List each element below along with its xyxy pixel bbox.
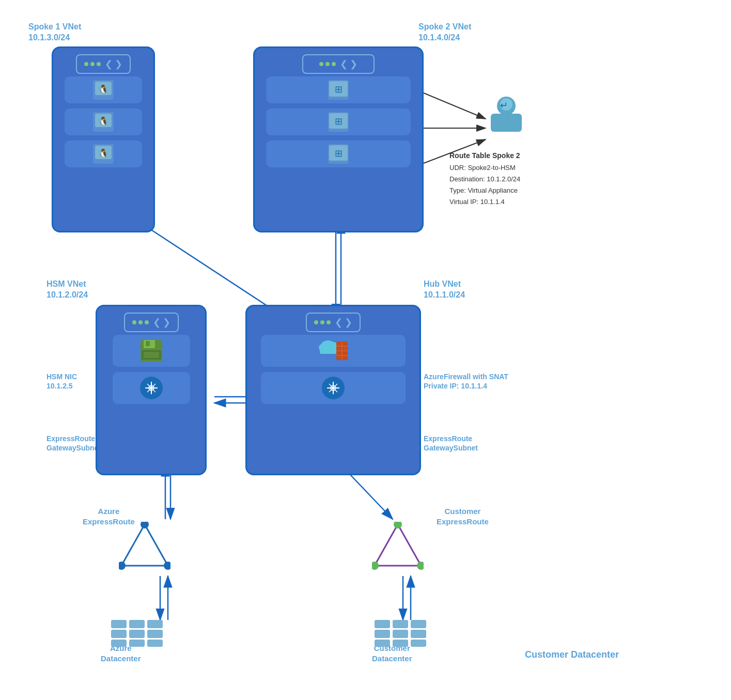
svg-rect-31 [491,114,522,132]
customer-text: Customer Datacenter [525,649,619,660]
svg-rect-71 [111,620,127,628]
svg-rect-86 [411,620,426,628]
hub-gateway-item [261,372,406,404]
hsm-dots: ❮ ❯ [124,313,179,332]
hsm-nic-label: HSM NIC 10.1.2.5 [46,372,77,391]
linux-icon-2: 🐧 [93,112,114,132]
svg-point-65 [164,562,170,570]
spoke1-vm3: 🐧 [65,141,142,167]
svg-text:⊞: ⊞ [335,84,343,95]
azure-firewall-item [261,335,406,367]
svg-rect-77 [147,620,163,628]
svg-text:⊞: ⊞ [335,148,343,159]
dot2 [90,62,95,66]
route-table-box: Route Table Spoke 2 UDR: Spoke2-to-HSM D… [449,150,520,208]
svg-text:↵: ↵ [500,100,508,111]
chevron-left2: ❮ [340,58,348,70]
route-table-type: Type: Virtual Appliance [449,185,520,196]
svg-point-66 [119,562,126,570]
windows-icon-3: ⊞ [328,144,349,164]
dot7 [132,320,136,324]
dot8 [138,320,143,324]
svg-marker-63 [121,524,168,566]
dot6 [332,62,336,66]
hsm-nic-item [113,335,190,367]
chevron-left4: ❮ [335,317,343,328]
chevron-right3: ❯ [163,317,170,328]
hub-vnet: ❮ ❯ [245,305,421,475]
dot3 [97,62,101,66]
svg-point-64 [141,522,149,528]
svg-point-70 [372,562,379,570]
svg-rect-80 [375,620,390,628]
hub-gateway-label: ExpressRouteGatewaySubnet [424,434,478,453]
svg-rect-81 [375,630,390,638]
spoke1-vnet: ❮ ❯ 🐧 🐧 [52,46,155,232]
linux-icon-3: 🐧 [93,144,114,164]
chevron-right2: ❯ [350,58,357,70]
spoke1-vm1: 🐧 [65,76,142,103]
linux-icon-1: 🐧 [93,80,114,100]
azure-expressroute-icon [119,522,170,575]
dot4 [319,62,323,66]
chevron-left: ❮ [105,58,113,70]
svg-marker-67 [375,524,421,566]
svg-rect-78 [147,630,163,638]
azure-firewall-label: AzureFirewall with SNAT Private IP: 10.1… [424,372,508,391]
svg-text:🐧: 🐧 [98,84,108,94]
dot5 [325,62,330,66]
dot10 [314,320,318,324]
gateway-icon-hub [322,377,345,399]
svg-rect-79 [147,640,163,647]
svg-rect-87 [411,630,426,638]
windows-icon-2: ⊞ [328,112,349,132]
person-icon: ↵ [486,93,527,136]
customer-expressroute-icon [372,522,424,575]
route-table-destination: Destination: 10.1.2.0/24 [449,174,520,185]
svg-rect-75 [129,630,145,638]
hsm-gateway-item [113,372,190,404]
svg-line-16 [424,93,486,119]
svg-rect-37 [146,341,150,346]
spoke2-vnet: ❮ ❯ ⊞ ⊞ [253,46,424,232]
chevron-right4: ❯ [345,317,352,328]
svg-rect-73 [111,640,127,647]
svg-rect-74 [129,620,145,628]
route-table-vip: Virtual IP: 10.1.1.4 [449,196,520,208]
hsm-vnet-label: HSM VNet 10.1.2.0/24 [46,279,88,301]
svg-point-69 [417,562,424,570]
svg-rect-83 [393,620,408,628]
hub-vnet-label: Hub VNet 10.1.1.0/24 [424,279,465,301]
customer-expressroute-label: CustomerExpressRoute [437,506,489,526]
svg-rect-85 [393,640,408,647]
hsm-gateway-label: ExpressRouteGatewaySubnet [46,434,101,453]
spoke2-vm1: ⊞ [266,76,411,103]
svg-text:🐧: 🐧 [98,116,108,126]
svg-rect-72 [111,630,127,638]
hub-dots: ❮ ❯ [306,313,361,332]
customer-datacenter-icon [372,617,429,650]
gateway-icon-hsm [140,377,163,399]
diagram-container: Spoke 1 VNet 10.1.3.0/24 ❮ ❯ 🐧 [0,0,731,700]
windows-icon-1: ⊞ [328,80,349,100]
svg-rect-39 [144,352,159,358]
spoke1-label: Spoke 1 VNet 10.1.3.0/24 [28,22,81,43]
dot1 [84,62,88,66]
spoke1-vm2: 🐧 [65,108,142,135]
svg-rect-88 [411,640,426,647]
chevron-right: ❯ [115,58,122,70]
spoke2-label: Spoke 2 VNet 10.1.4.0/24 [418,22,471,43]
svg-rect-84 [393,630,408,638]
svg-text:🐧: 🐧 [98,148,108,158]
dot11 [320,320,324,324]
route-table-title: Route Table Spoke 2 [449,150,520,162]
spoke2-vm3: ⊞ [266,141,411,167]
azure-datacenter-icon [108,617,165,650]
spoke2-dots: ❮ ❯ [302,54,375,74]
svg-rect-82 [375,640,390,647]
chevron-left3: ❮ [153,317,161,328]
route-table-udr: UDR: Spoke2-to-HSM [449,162,520,174]
dot9 [145,320,149,324]
hsm-vnet: ❮ ❯ [96,305,207,475]
spoke2-vm2: ⊞ [266,108,411,135]
